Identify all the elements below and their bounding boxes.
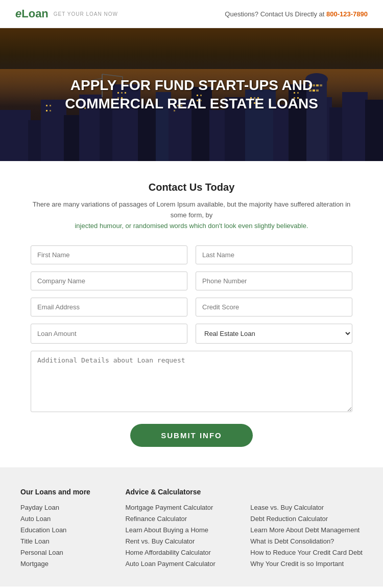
footer-link[interactable]: Title Loan bbox=[20, 537, 50, 545]
footer-link[interactable]: Education Loan bbox=[20, 526, 66, 534]
form-description: There are many variations of passages of… bbox=[31, 199, 352, 231]
list-item: Personal Loan bbox=[20, 548, 90, 556]
hero-text: APPLY FOR FUND START-UPS AND COMMERCIAL … bbox=[19, 76, 364, 114]
footer-link[interactable]: Rent vs. Buy Calculator bbox=[125, 537, 195, 545]
svg-rect-4 bbox=[64, 115, 82, 161]
form-row-loan: Real Estate Loan Personal Loan Auto Loan… bbox=[31, 324, 352, 344]
footer-bottom: All the Lorem Ipsum generators on the In… bbox=[0, 586, 383, 588]
logo-loan: Loan bbox=[21, 7, 49, 20]
footer-col-extra-heading bbox=[250, 488, 363, 496]
hero-title: APPLY FOR FUND START-UPS AND COMMERCIAL … bbox=[19, 76, 364, 114]
footer-col-advice-list: Mortgage Payment Calculator Refinance Ca… bbox=[125, 503, 215, 568]
header-contact: Questions? Contact Us Directly at 800-12… bbox=[225, 10, 368, 18]
form-desc-line1: There are many variations of passages of… bbox=[33, 200, 351, 219]
footer-col-extra-list: Lease vs. Buy Calculator Debt Reduction … bbox=[250, 503, 363, 568]
footer-link[interactable]: Lease vs. Buy Calculator bbox=[250, 504, 324, 511]
footer-link[interactable]: What is Debt Consolidation? bbox=[250, 537, 334, 545]
footer-link[interactable]: Mortgage bbox=[20, 560, 49, 568]
form-section: Contact Us Today There are many variatio… bbox=[0, 161, 383, 467]
list-item: How to Reduce Your Credit Card Debt bbox=[250, 548, 363, 556]
last-name-input[interactable] bbox=[196, 245, 352, 264]
logo-text: eLoan bbox=[15, 7, 49, 20]
loan-amount-input[interactable] bbox=[31, 324, 187, 344]
logo-area: eLoan GET YOUR LOAN NOW bbox=[15, 7, 118, 20]
footer-col-advice: Advice & Calculatorse Mortgage Payment C… bbox=[125, 488, 215, 571]
list-item: Rent vs. Buy Calculator bbox=[125, 537, 215, 545]
list-item: Auto Loan Payment Calculator bbox=[125, 559, 215, 568]
submit-button[interactable]: SUBMIT INFO bbox=[130, 424, 253, 447]
footer-col-advice-heading: Advice & Calculatorse bbox=[125, 488, 215, 496]
email-address-input[interactable] bbox=[31, 298, 187, 316]
footer-links-section: Our Loans and more Payday Loan Auto Loan… bbox=[0, 467, 383, 586]
form-row-name bbox=[31, 245, 352, 264]
list-item: Learn More About Debt Management bbox=[250, 526, 363, 534]
svg-rect-20 bbox=[365, 100, 383, 161]
footer-link[interactable]: Personal Loan bbox=[20, 549, 63, 556]
footer-link[interactable]: Auto Loan bbox=[20, 515, 51, 523]
submit-area: SUBMIT INFO bbox=[31, 424, 352, 447]
footer-col-extra: Lease vs. Buy Calculator Debt Reduction … bbox=[250, 488, 363, 571]
form-desc-line2: injected humour, or randomised words whi… bbox=[75, 222, 308, 230]
form-row-company-phone bbox=[31, 272, 352, 290]
footer-link[interactable]: Learn More About Debt Management bbox=[250, 526, 360, 534]
hero-section: APPLY FOR FUND START-UPS AND COMMERCIAL … bbox=[0, 28, 383, 161]
list-item: Refinance Calculator bbox=[125, 514, 215, 523]
logo-tagline: GET YOUR LOAN NOW bbox=[54, 11, 118, 17]
list-item: Lease vs. Buy Calculator bbox=[250, 503, 363, 511]
additional-details-textarea[interactable] bbox=[31, 351, 352, 412]
hero-title-line1: APPLY FOR FUND START-UPS AND bbox=[70, 77, 313, 93]
footer-link[interactable]: Payday Loan bbox=[20, 504, 59, 511]
list-item: What is Debt Consolidation? bbox=[250, 537, 363, 545]
svg-rect-15 bbox=[273, 105, 291, 161]
footer-col-loans-heading: Our Loans and more bbox=[20, 488, 90, 496]
list-item: Mortgage bbox=[20, 559, 90, 568]
list-item: Home Affordability Calculator bbox=[125, 548, 215, 556]
header-phone[interactable]: 800-123-7890 bbox=[326, 10, 368, 18]
first-name-input[interactable] bbox=[31, 245, 187, 264]
list-item: Education Loan bbox=[20, 526, 90, 534]
company-name-input[interactable] bbox=[31, 272, 187, 290]
list-item: Debt Reduction Calculator bbox=[250, 514, 363, 523]
contact-text: Questions? Contact Us Directly at bbox=[225, 10, 324, 18]
list-item: Payday Loan bbox=[20, 503, 90, 511]
footer-col-loans-list: Payday Loan Auto Loan Education Loan Tit… bbox=[20, 503, 90, 568]
footer-link[interactable]: Auto Loan Payment Calculator bbox=[125, 560, 215, 568]
form-additional-details bbox=[31, 351, 352, 414]
logo: eLoan bbox=[15, 7, 49, 20]
hero-title-line2: COMMERCIAL REAL ESTATE LOANS bbox=[65, 96, 318, 111]
credit-score-input[interactable] bbox=[196, 298, 352, 316]
loan-type-select[interactable]: Real Estate Loan Personal Loan Auto Loan… bbox=[196, 324, 352, 344]
footer-link[interactable]: Why Your Credit is so Important bbox=[250, 560, 344, 568]
form-row-email-credit bbox=[31, 298, 352, 316]
svg-rect-12 bbox=[209, 110, 227, 161]
list-item: Auto Loan bbox=[20, 514, 90, 523]
list-item: Mortgage Payment Calculator bbox=[125, 503, 215, 511]
footer-link[interactable]: How to Reduce Your Credit Card Debt bbox=[250, 549, 363, 556]
form-title: Contact Us Today bbox=[31, 182, 352, 193]
logo-e: e bbox=[15, 7, 21, 20]
list-item: Title Loan bbox=[20, 537, 90, 545]
footer-columns: Our Loans and more Payday Loan Auto Loan… bbox=[20, 488, 363, 571]
phone-number-input[interactable] bbox=[196, 272, 352, 290]
footer-link[interactable]: Learn About Buying a Home bbox=[125, 526, 208, 534]
footer-link[interactable]: Debt Reduction Calculator bbox=[250, 515, 328, 523]
footer-link[interactable]: Mortgage Payment Calculator bbox=[125, 504, 213, 511]
list-item: Learn About Buying a Home bbox=[125, 526, 215, 534]
footer-link[interactable]: Refinance Calculator bbox=[125, 515, 187, 523]
list-item: Why Your Credit is so Important bbox=[250, 559, 363, 568]
contact-form: Real Estate Loan Personal Loan Auto Loan… bbox=[31, 245, 352, 447]
svg-rect-8 bbox=[138, 105, 158, 161]
svg-rect-1 bbox=[0, 110, 31, 161]
footer-col-loans: Our Loans and more Payday Loan Auto Loan… bbox=[20, 488, 90, 571]
site-header: eLoan GET YOUR LOAN NOW Questions? Conta… bbox=[0, 0, 383, 28]
footer-link[interactable]: Home Affordability Calculator bbox=[125, 549, 210, 556]
